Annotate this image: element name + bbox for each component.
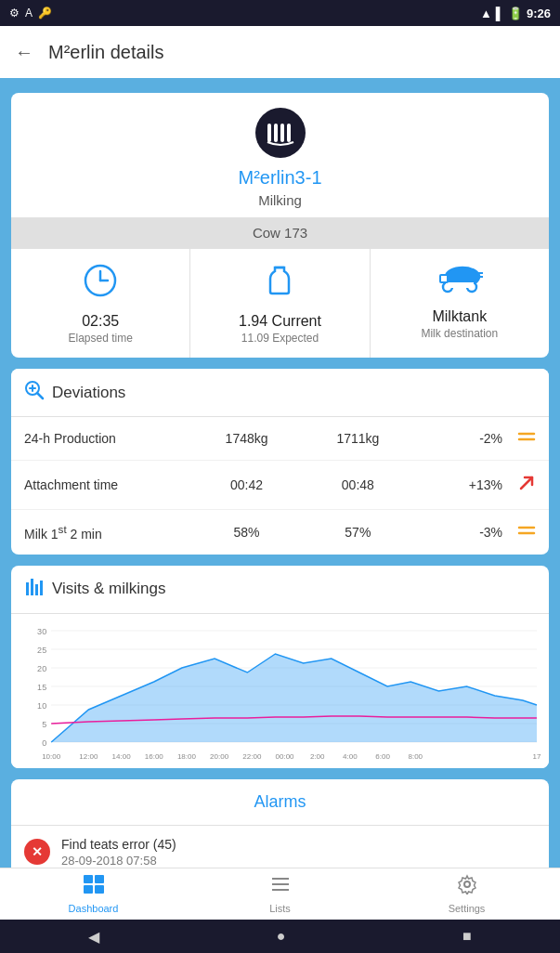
svg-marker-42 [51,654,537,742]
svg-text:30: 30 [37,627,46,636]
dev-label-attachment: Attachment time [24,477,191,492]
svg-rect-58 [84,885,93,894]
chart-header: Visits & milkings [11,566,549,614]
dev-icon-production [502,430,536,447]
milk-dest-label: Milk destination [421,327,498,340]
time-display: 9:26 [527,7,551,20]
svg-text:17: 17 [533,752,541,761]
deviations-title: Deviations [52,384,125,402]
main-content: M²erlin3-1 Milking Cow 173 02:35 Elapsed… [0,78,560,868]
deviation-row-milk1st: Milk 1st 2 min 58% 57% -3% [11,510,549,555]
lists-icon [270,874,291,900]
alarm-item-0: ✕ Find teats error (45) 28-09-2018 07:58 [11,826,549,868]
back-button[interactable]: ← [15,42,33,63]
dashboard-icon [83,874,105,900]
status-left-icons: ⚙ A 🔑 [9,7,52,20]
svg-rect-0 [267,124,271,142]
svg-rect-59 [95,885,104,894]
nav-lists-label: Lists [269,903,291,914]
nav-dashboard-label: Dashboard [69,903,119,914]
battery-icon: 🔋 [508,7,523,20]
stat-milk-destination: Milktank Milk destination [371,249,549,358]
bottom-nav: Dashboard Lists Settings [0,868,560,920]
svg-text:16:00: 16:00 [145,752,164,761]
status-bar: ⚙ A 🔑 ▲ ▌ 🔋 9:26 [0,0,560,26]
chart-icon [24,577,45,602]
android-icon: A [25,7,33,20]
stat-elapsed-time: 02:35 Elapsed time [11,249,190,358]
svg-text:18:00: 18:00 [177,752,197,761]
nav-lists[interactable]: Lists [187,868,373,920]
dev-pct-production: -2% [413,431,502,446]
dev-icon-milk1st [502,524,536,541]
android-back-button[interactable]: ◀ [88,928,99,946]
android-home-button[interactable]: ● [277,928,286,945]
android-nav-bar: ◀ ● ■ [0,920,560,953]
svg-text:00:00: 00:00 [275,752,294,761]
tanker-icon [436,262,483,301]
dev-val1-attachment: 00:42 [191,477,303,492]
svg-text:22:00: 22:00 [242,752,262,761]
device-header: M²erlin3-1 Milking [11,93,549,208]
svg-text:2:00: 2:00 [310,752,325,761]
svg-rect-26 [35,584,38,595]
clock-icon [82,262,119,306]
alarm-date-0: 28-09-2018 07:58 [61,854,176,868]
svg-point-63 [464,881,470,887]
svg-text:20:00: 20:00 [210,752,229,761]
cow-bar: Cow 173 [11,217,549,248]
svg-text:15: 15 [37,683,46,692]
dev-val2-milk1st: 57% [302,525,413,540]
svg-text:8:00: 8:00 [408,752,423,761]
deviation-row-attachment: Attachment time 00:42 00:48 +13% [11,461,549,510]
svg-rect-11 [446,282,474,288]
svg-rect-25 [31,579,33,595]
alarm-text-0: Find teats error (45) 28-09-2018 07:58 [61,837,176,868]
page-title: M²erlin details [48,42,163,63]
chart-title: Visits & milkings [52,580,166,598]
visits-chart-svg: 30 25 20 15 10 5 0 10:00 12:00 14:00 16:… [19,621,541,761]
zoom-icon [24,380,45,405]
device-type: Milking [258,192,302,208]
dev-icon-attachment [502,474,536,496]
alarms-section: Alarms ✕ Find teats error (45) 28-09-201… [11,779,549,868]
nav-settings[interactable]: Settings [373,868,560,920]
svg-text:5: 5 [42,720,46,729]
dev-val1-production: 1748kg [191,431,303,446]
svg-rect-24 [26,582,29,595]
wifi-icon: ▲ [480,7,492,20]
svg-text:4:00: 4:00 [343,752,358,761]
signal-icon: ▌ [496,7,504,20]
svg-text:25: 25 [37,646,46,655]
svg-rect-56 [84,875,93,883]
status-right-icons: ▲ ▌ 🔋 9:26 [480,7,551,20]
svg-text:10:00: 10:00 [42,752,61,761]
svg-rect-1 [274,124,278,142]
alarm-dot-0: ✕ [24,839,50,865]
alarm-title-0: Find teats error (45) [61,837,176,852]
bottle-icon [261,262,298,306]
dev-val1-milk1st: 58% [191,525,303,540]
elapsed-time-label: Elapsed time [68,332,132,345]
deviations-card: Deviations 24-h Production 1748kg 1711kg… [11,369,549,555]
android-recent-button[interactable]: ■ [462,928,472,945]
milk-dest-value: Milktank [432,308,487,325]
svg-rect-57 [95,875,104,883]
device-logo [255,108,306,158]
nav-dashboard[interactable]: Dashboard [0,868,187,920]
svg-text:0: 0 [42,738,46,748]
dev-val2-production: 1711kg [302,431,413,446]
svg-rect-3 [287,124,291,142]
settings-icon: ⚙ [9,7,20,20]
svg-text:10: 10 [37,701,46,711]
dev-label-milk1st: Milk 1st 2 min [24,523,191,542]
svg-line-21 [521,477,532,489]
svg-rect-2 [280,124,284,142]
dev-pct-attachment: +13% [413,477,502,492]
deviations-header: Deviations [11,369,549,417]
device-card: M²erlin3-1 Milking Cow 173 02:35 Elapsed… [11,93,549,358]
deviation-row-production: 24-h Production 1748kg 1711kg -2% [11,417,549,461]
nav-settings-label: Settings [449,903,486,914]
svg-text:20: 20 [37,664,46,673]
elapsed-time-value: 02:35 [82,313,119,330]
